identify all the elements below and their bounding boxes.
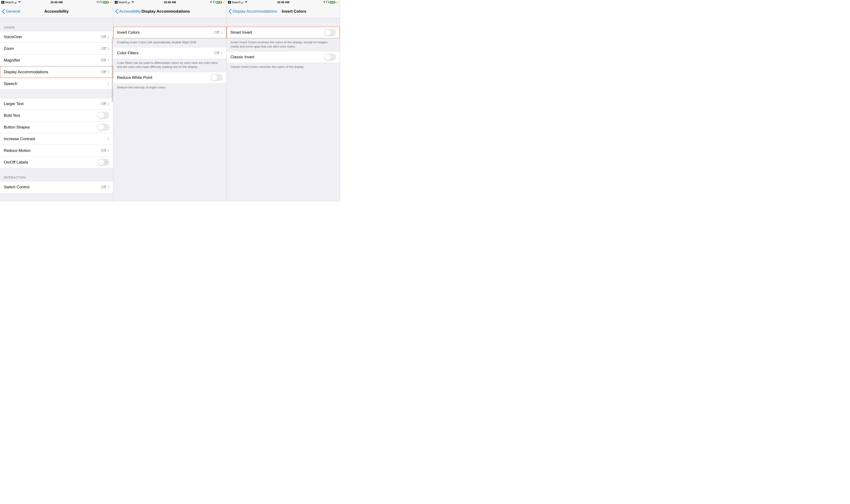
toggle-smart-invert[interactable] — [324, 29, 336, 36]
toggle-classic-invert[interactable] — [324, 54, 336, 61]
chevron-right-icon — [107, 36, 109, 39]
cell-bold-text[interactable]: Bold Text — [0, 110, 113, 122]
cell-label: Invert Colors — [117, 30, 214, 35]
cell-reduce-white-point[interactable]: Reduce White Point — [113, 72, 226, 84]
toggle-reduce-white-point[interactable] — [211, 74, 223, 81]
settings-content: VISION VoiceOver Off Zoom Off Magnifier … — [0, 18, 113, 202]
cell-label: Color Filters — [117, 51, 214, 55]
svg-rect-4 — [326, 2, 327, 3]
svg-rect-2 — [213, 2, 213, 3]
cell-zoom[interactable]: Zoom Off — [0, 43, 113, 55]
cell-value: Off — [101, 35, 106, 39]
cell-smart-invert[interactable]: Smart Invert — [227, 27, 340, 38]
back-to-app-icon[interactable]: ❮ — [1, 1, 4, 4]
headphones-icon — [326, 1, 329, 4]
back-label: Display Accommodations — [232, 9, 277, 14]
cell-value: Off — [101, 58, 106, 63]
back-to-app-icon[interactable]: ❮ — [115, 1, 118, 4]
settings-content: Smart Invert Smart Invert Colors reverse… — [227, 18, 340, 202]
screen-display-accommodations: ❮ Search 10:40 AM ⚡ Accessibility Displa… — [113, 0, 227, 202]
charging-icon: ⚡ — [335, 1, 339, 4]
cell-onoff-labels[interactable]: On/Off Labels — [0, 157, 113, 168]
cell-label: Display Accommodations — [4, 70, 101, 74]
cell-larger-text[interactable]: Larger Text Off — [0, 98, 113, 110]
toggle-button-shapes[interactable] — [98, 124, 109, 131]
cell-label: Increase Contrast — [4, 137, 107, 141]
svg-rect-5 — [328, 2, 329, 3]
cell-increase-contrast[interactable]: Increase Contrast — [0, 133, 113, 145]
cell-color-filters[interactable]: Color Filters Off — [113, 47, 226, 59]
back-to-app-label[interactable]: Search — [5, 1, 14, 4]
chevron-right-icon — [107, 59, 109, 62]
cell-voiceover[interactable]: VoiceOver Off — [0, 31, 113, 43]
top-spacer — [227, 18, 340, 27]
group-header-interaction: INTERACTION — [0, 168, 113, 181]
screen-invert-colors: ❮ Search 10:40 AM ⚡ Display Accommodatio… — [227, 0, 340, 202]
cell-reduce-motion[interactable]: Reduce Motion Off — [0, 145, 113, 157]
footer-smart-invert: Smart Invert Colors reverses the colors … — [227, 38, 340, 51]
cell-value: Off — [101, 70, 106, 74]
back-label: General — [6, 9, 20, 14]
toggle-bold-text[interactable] — [98, 112, 109, 119]
svg-rect-0 — [100, 2, 100, 3]
screen-accessibility: ❮ Search 10:40 AM ⚡ General Accessibilit… — [0, 0, 113, 202]
chevron-right-icon — [107, 82, 109, 85]
group-header-vision: VISION — [0, 18, 113, 31]
nav-bar: Accessibility Display Accommodations — [113, 5, 226, 18]
cell-value: Off — [101, 102, 106, 106]
cell-label: Larger Text — [4, 102, 101, 106]
back-button[interactable]: General — [2, 9, 20, 14]
cell-label: Reduce Motion — [4, 148, 101, 153]
cell-label: VoiceOver — [4, 35, 101, 39]
cell-magnifier[interactable]: Magnifier Off — [0, 55, 113, 66]
section-gap — [0, 90, 113, 98]
cell-label: Smart Invert — [230, 30, 324, 35]
scroll-area[interactable]: VISION VoiceOver Off Zoom Off Magnifier … — [0, 18, 113, 202]
status-bar: ❮ Search 10:40 AM ⚡ — [113, 0, 226, 5]
cellular-signal-icon — [128, 1, 131, 3]
cell-speech[interactable]: Speech — [0, 78, 113, 90]
footer-whitepoint: Reduce the intensity of bright colors. — [113, 84, 226, 92]
cell-switch-control[interactable]: Switch Control Off — [0, 181, 113, 193]
footer-invert: Enabling Invert Colors will automaticall… — [113, 38, 226, 47]
cell-display-accommodations[interactable]: Display Accommodations Off — [0, 66, 113, 78]
chevron-right-icon — [107, 185, 109, 188]
scroll-area[interactable]: Invert Colors Off Enabling Invert Colors… — [113, 18, 226, 202]
charging-icon: ⚡ — [109, 1, 112, 4]
back-button[interactable]: Display Accommodations — [228, 9, 277, 14]
toggle-onoff-labels[interactable] — [98, 159, 109, 166]
scroll-area[interactable]: Smart Invert Smart Invert Colors reverse… — [227, 18, 340, 202]
status-bar: ❮ Search 10:40 AM ⚡ — [0, 0, 113, 5]
cell-classic-invert[interactable]: Classic Invert — [227, 51, 340, 63]
cell-value: Off — [101, 46, 106, 51]
location-icon — [323, 1, 326, 4]
headphones-icon — [213, 1, 216, 4]
chevron-left-icon — [115, 9, 118, 14]
chevron-right-icon — [107, 47, 109, 50]
back-button[interactable]: Accessibility — [115, 9, 141, 14]
footer-classic-invert: Classic Invert Colors reverses the color… — [227, 63, 340, 72]
chevron-right-icon — [107, 137, 109, 140]
chevron-right-icon — [221, 31, 223, 34]
cell-label: Zoom — [4, 46, 101, 51]
cell-value: Off — [214, 51, 220, 55]
battery-icon — [103, 1, 108, 3]
cell-label: Speech — [4, 82, 107, 86]
headphones-icon — [100, 1, 102, 4]
battery-icon — [216, 1, 222, 3]
nav-bar: General Accessibility — [0, 5, 113, 18]
chevron-right-icon — [107, 149, 109, 152]
wifi-icon — [131, 1, 134, 4]
cell-button-shapes[interactable]: Button Shapes — [0, 122, 113, 133]
cellular-signal-icon — [241, 1, 244, 3]
top-spacer — [113, 18, 226, 27]
chevron-left-icon — [228, 9, 231, 14]
svg-rect-3 — [215, 2, 215, 3]
svg-rect-1 — [102, 2, 102, 3]
back-to-app-label[interactable]: Search — [231, 1, 241, 4]
cell-invert-colors[interactable]: Invert Colors Off — [113, 27, 226, 38]
battery-icon — [330, 1, 335, 3]
chevron-left-icon — [2, 9, 5, 14]
back-to-app-label[interactable]: Search — [118, 1, 127, 4]
back-to-app-icon[interactable]: ❮ — [228, 1, 231, 4]
